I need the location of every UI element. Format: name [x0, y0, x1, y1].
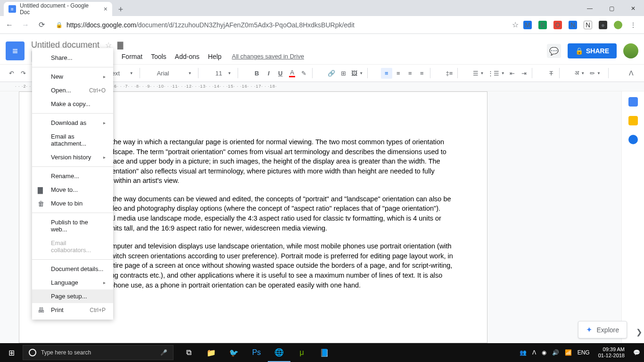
explore-button[interactable]: ✦ Explore	[578, 321, 627, 338]
menu-item-email-attachment[interactable]: Email as attachment...	[32, 130, 113, 150]
tasks-addon-icon[interactable]	[628, 135, 638, 144]
explore-label: Explore	[597, 326, 619, 334]
save-status[interactable]: All changes saved in Drive	[232, 53, 304, 60]
highlight-button[interactable]: ✎	[298, 68, 310, 79]
start-button[interactable]: ⊞	[0, 343, 23, 362]
align-center-button[interactable]: ≡	[393, 68, 404, 79]
line-spacing-button[interactable]: ‡≡	[444, 68, 455, 79]
menu-item-print[interactable]: 🖶PrintCtrl+P	[32, 303, 113, 317]
menu-item-make-copy[interactable]: Make a copy...	[32, 97, 113, 111]
menu-item-move-to-bin[interactable]: 🗑Move to bin	[32, 197, 113, 210]
align-justify-button[interactable]: ≡	[416, 68, 428, 79]
location-icon[interactable]: ◉	[542, 349, 546, 356]
docs-app: Untitled document ☆ ▇ File Edit View Ins…	[0, 34, 644, 343]
account-avatar[interactable]	[623, 43, 638, 58]
menu-item-move-to[interactable]: ▇Move to...	[32, 183, 113, 197]
menu-addons[interactable]: Add-ons	[171, 51, 203, 62]
share-button[interactable]: 🔒 SHARE	[568, 43, 617, 58]
increase-indent-button[interactable]: ⇥	[518, 68, 529, 79]
app-icon[interactable]: 🐦	[223, 343, 245, 362]
tray-expand-icon[interactable]: ᐱ	[532, 349, 536, 356]
side-panel	[621, 91, 644, 343]
window-maximize-button[interactable]: ▢	[601, 1, 622, 16]
utorrent-icon[interactable]: μ	[290, 343, 313, 362]
menu-item-open[interactable]: Open...Ctrl+O	[32, 83, 113, 97]
numbered-list-button[interactable]: ☰▼	[471, 68, 486, 79]
notepad-icon[interactable]: 📘	[313, 343, 336, 362]
sidepanel-expand-icon[interactable]: ❯	[636, 328, 642, 337]
font-select[interactable]: Arial▼	[153, 68, 196, 79]
people-icon[interactable]: 👥	[520, 349, 527, 356]
photoshop-icon[interactable]: Ps	[245, 343, 268, 362]
extension-icon[interactable]: N	[584, 21, 592, 29]
extension-icon[interactable]: ●	[599, 21, 607, 29]
window-minimize-button[interactable]: —	[579, 1, 601, 16]
menu-item-version-history[interactable]: Version history▸	[32, 150, 113, 164]
chrome-icon[interactable]: 🌐	[268, 343, 290, 362]
taskbar-search[interactable]: Type here to search 🎤	[23, 345, 173, 360]
menu-format[interactable]: Format	[118, 51, 146, 62]
menu-item-language[interactable]: Language▸	[32, 276, 113, 289]
collapse-toolbar-button[interactable]: ᐱ	[624, 67, 638, 79]
address-bar[interactable]: 🔒 https://docs.google.com/document/d/1zz…	[52, 21, 507, 29]
undo-button[interactable]: ↶	[6, 68, 17, 79]
align-right-button[interactable]: ≡	[405, 68, 416, 79]
extension-icon[interactable]: M	[523, 21, 532, 29]
file-explorer-icon[interactable]: 📁	[200, 343, 223, 362]
menu-item-page-setup[interactable]: Page setup...	[32, 289, 113, 303]
menu-item-publish[interactable]: Publish to the web...	[32, 215, 113, 236]
chrome-menu-icon[interactable]: ⋮	[629, 21, 637, 29]
align-left-button[interactable]: ≡	[381, 68, 392, 79]
redo-button[interactable]: ↷	[17, 68, 29, 79]
text-color-button[interactable]: A	[287, 67, 298, 79]
clear-formatting-button[interactable]: T	[545, 68, 557, 79]
italic-button[interactable]: I	[263, 68, 274, 79]
extension-icons: M B O N N ● ⋮	[523, 21, 640, 29]
menu-tools[interactable]: Tools	[147, 51, 170, 62]
language-indicator[interactable]: ENG	[578, 349, 590, 356]
profile-icon[interactable]	[614, 21, 622, 29]
decrease-indent-button[interactable]: ⇤	[506, 68, 518, 79]
bookmark-star-icon[interactable]: ☆	[512, 20, 519, 29]
mic-icon[interactable]: 🎤	[160, 349, 167, 356]
bulleted-list-button[interactable]: ⋮☰▼	[486, 68, 506, 79]
menu-item-new[interactable]: New▸	[32, 70, 113, 83]
volume-icon[interactable]: 🔊	[552, 349, 559, 356]
editing-mode-button[interactable]: ✏▼	[587, 68, 603, 79]
menu-item-rename[interactable]: Rename...	[32, 169, 113, 183]
keep-addon-icon[interactable]	[628, 116, 638, 125]
taskbar-clock[interactable]: 09:39 AM 01-12-2018	[595, 346, 627, 359]
back-button[interactable]: ←	[4, 21, 15, 29]
calendar-addon-icon[interactable]	[628, 97, 638, 107]
docs-logo-icon[interactable]	[6, 41, 25, 60]
task-view-icon[interactable]: ⧉	[177, 343, 200, 362]
submenu-arrow-icon: ▸	[103, 280, 106, 285]
vertical-ruler[interactable]	[0, 91, 15, 343]
insert-comment-button[interactable]: ⊞	[338, 68, 349, 79]
move-folder-icon[interactable]: ▇	[117, 41, 123, 49]
paragraph: Page orientation is the way in which a r…	[53, 137, 453, 186]
reload-button[interactable]: ⟳	[36, 20, 47, 29]
window-close-button[interactable]: ✕	[622, 1, 644, 16]
menu-help[interactable]: Help	[204, 51, 225, 62]
browser-tab[interactable]: Untitled document - Google Doc ×	[4, 2, 112, 16]
underline-button[interactable]: U	[275, 68, 286, 79]
extension-icon[interactable]: B	[538, 21, 547, 29]
comments-icon[interactable]: 💬	[547, 44, 561, 58]
tab-title: Untitled document - Google Doc	[20, 2, 100, 16]
tab-close-icon[interactable]: ×	[104, 5, 107, 13]
bold-button[interactable]: B	[251, 68, 263, 79]
insert-image-button[interactable]: 🖼▼	[350, 68, 365, 79]
notifications-icon[interactable]: 💬	[633, 349, 640, 356]
extension-icon[interactable]: N	[569, 21, 577, 29]
input-tools-button[interactable]: अ▼	[573, 67, 586, 79]
menu-item-document-details[interactable]: Document details...	[32, 262, 113, 276]
new-tab-button[interactable]: +	[114, 3, 127, 16]
forward-button[interactable]: →	[20, 21, 31, 29]
font-size-select[interactable]: 11▼	[212, 68, 235, 79]
wifi-icon[interactable]: 📶	[565, 349, 572, 356]
insert-link-button[interactable]: 🔗	[326, 68, 338, 79]
extension-icon[interactable]: O	[553, 21, 562, 29]
menu-item-share[interactable]: Share...	[32, 51, 113, 65]
menu-item-download[interactable]: Download as▸	[32, 116, 113, 130]
